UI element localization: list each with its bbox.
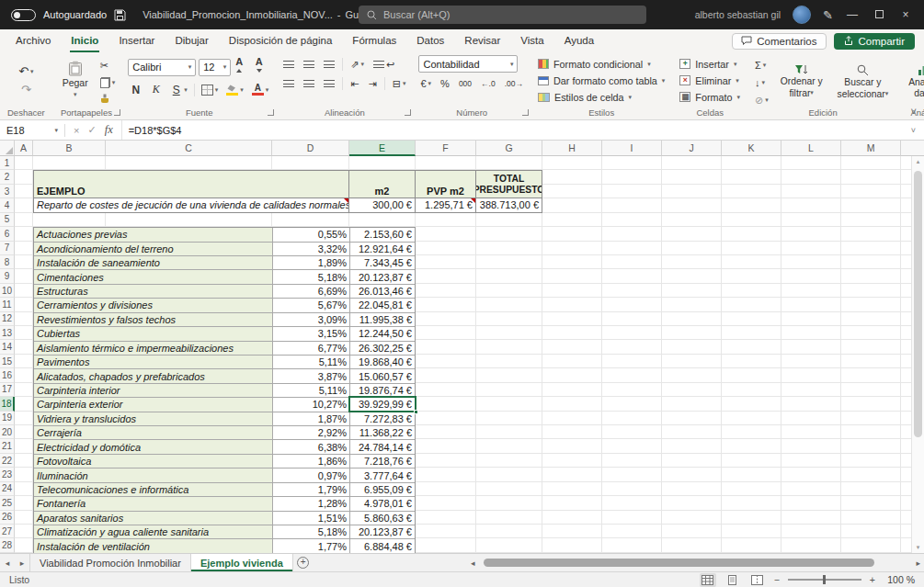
cell-item-amount-8[interactable]: 7.343,45 €	[350, 256, 415, 269]
align-middle-button[interactable]	[302, 60, 316, 70]
align-right-button[interactable]	[322, 79, 337, 89]
cell-item-name-11[interactable]: Cerramientos y divisiones	[34, 299, 273, 311]
row-header-26[interactable]: 26	[0, 511, 15, 525]
cell-item-name-8[interactable]: Instalación de saneamiento	[34, 256, 273, 269]
cell-item-amount-25[interactable]: 4.978,01 €	[350, 497, 415, 510]
column-header-L[interactable]: L	[781, 141, 841, 156]
row-header-7[interactable]: 7	[0, 242, 15, 255]
cell-styles-button[interactable]: Estilos de celda	[536, 89, 667, 105]
column-header-F[interactable]: F	[416, 141, 476, 156]
font-color-button[interactable]: A	[250, 84, 271, 96]
row-header-18[interactable]: 18	[0, 397, 15, 411]
undo-button[interactable]: ↶	[17, 64, 35, 79]
align-bottom-button[interactable]	[322, 60, 337, 70]
maximize-button[interactable]	[872, 8, 886, 21]
cell-item-pct-28[interactable]: 1,77%	[273, 539, 350, 553]
cell-item-pct-8[interactable]: 1,89%	[273, 256, 350, 269]
cut-button[interactable]: ✂	[98, 58, 118, 73]
cell-item-name-10[interactable]: Estructuras	[34, 285, 273, 298]
vertical-scrollbar-thumb[interactable]	[914, 171, 922, 437]
row-header-1[interactable]: 1	[0, 156, 15, 170]
align-center-button[interactable]	[302, 79, 316, 89]
cell-m2-header[interactable]: m2	[349, 170, 416, 198]
cell-total-header[interactable]: TOTAL PRESUPUESTO	[476, 170, 542, 198]
ribbon-tab-revisar[interactable]: Revisar	[454, 29, 510, 52]
collapse-ribbon-icon[interactable]: ˅	[911, 106, 917, 117]
column-header-K[interactable]: K	[722, 141, 781, 156]
dialog-launcher-icon[interactable]	[405, 109, 411, 116]
row-header-10[interactable]: 10	[0, 284, 15, 298]
cell-item-name-7[interactable]: Acondicionamiento del terreno	[34, 243, 273, 255]
clear-button[interactable]: ⊘	[753, 93, 770, 107]
percent-style-button[interactable]: %	[439, 76, 451, 91]
hscroll-left-icon[interactable]: ◂	[471, 559, 475, 568]
cell-item-amount-18[interactable]: 39.929,99 €	[350, 398, 415, 411]
ribbon-tab-ayuda[interactable]: Ayuda	[554, 29, 604, 52]
decrease-indent-button[interactable]: ⇤	[348, 76, 360, 91]
fill-color-button[interactable]	[224, 84, 245, 96]
cell-item-pct-6[interactable]: 0,55%	[273, 228, 350, 241]
row-header-25[interactable]: 25	[0, 496, 15, 510]
bold-button[interactable]: N	[128, 83, 143, 97]
page-layout-view-button[interactable]	[724, 573, 741, 587]
cell-item-name-28[interactable]: Instalación de ventilación	[34, 539, 273, 553]
row-header-4[interactable]: 4	[0, 198, 15, 212]
underline-button[interactable]: S	[168, 83, 189, 97]
currency-format-button[interactable]: €	[418, 76, 433, 91]
cell-item-amount-20[interactable]: 11.368,22 €	[350, 426, 415, 439]
ribbon-tab-disposicion-de-pagina[interactable]: Disposición de página	[219, 29, 343, 52]
cell-item-name-22[interactable]: Fotovoltaica	[34, 455, 273, 468]
merge-center-button[interactable]: ⊟	[391, 76, 408, 91]
column-header-G[interactable]: G	[476, 141, 542, 156]
row-header-6[interactable]: 6	[0, 227, 15, 241]
cell-item-pct-15[interactable]: 5,11%	[273, 356, 350, 368]
ribbon-tab-dibujar[interactable]: Dibujar	[165, 29, 218, 52]
redo-button[interactable]: ↷	[19, 83, 33, 97]
cell-item-amount-22[interactable]: 7.218,76 €	[350, 455, 415, 468]
align-top-button[interactable]	[281, 60, 296, 70]
cell-item-pct-22[interactable]: 1,86%	[273, 455, 350, 468]
cell-item-name-16[interactable]: Alicatados, chapados y prefabricados	[34, 369, 273, 382]
cell-item-amount-7[interactable]: 12.921,64 €	[350, 243, 415, 255]
cell-item-amount-14[interactable]: 26.302,25 €	[350, 342, 415, 355]
cell-item-pct-18[interactable]: 10,27%	[273, 398, 350, 411]
number-format-select[interactable]: Contabilidad	[418, 55, 518, 73]
italic-button[interactable]: K	[148, 82, 164, 97]
cell-item-amount-19[interactable]: 7.272,83 €	[350, 412, 415, 425]
cell-item-pct-26[interactable]: 1,51%	[273, 512, 350, 525]
cell-item-name-6[interactable]: Actuaciones previas	[34, 228, 273, 241]
zoom-slider[interactable]	[788, 579, 861, 581]
formula-input[interactable]: =D18*$G$4	[121, 120, 903, 140]
sheet-nav-left-icon[interactable]: ◂	[0, 554, 15, 571]
row-header-28[interactable]: 28	[0, 538, 15, 552]
cell-item-pct-24[interactable]: 1,79%	[273, 483, 350, 496]
formula-bar-expand-icon[interactable]: ˅	[903, 126, 924, 135]
minimize-button[interactable]: —	[845, 8, 860, 21]
cancel-icon[interactable]: ×	[74, 125, 79, 136]
cell-pvp-header[interactable]: PVP m2	[416, 170, 476, 198]
save-icon[interactable]	[114, 9, 126, 21]
cell-item-amount-6[interactable]: 2.153,60 €	[350, 228, 415, 241]
row-header-3[interactable]: 3	[0, 185, 15, 198]
add-sheet-button[interactable]: +	[293, 554, 314, 571]
comma-style-button[interactable]: 000	[457, 76, 473, 91]
cell-item-amount-16[interactable]: 15.060,57 €	[350, 369, 415, 382]
wrap-text-button[interactable]: ↩	[371, 57, 396, 72]
share-button[interactable]: Compartir	[834, 33, 915, 50]
fill-handle[interactable]	[414, 410, 418, 414]
cell-item-name-18[interactable]: Carpinteria exterior	[34, 398, 273, 411]
cell-item-name-14[interactable]: Aislamiento térmico e impermeabilizacion…	[34, 342, 273, 355]
cell-item-pct-12[interactable]: 3,09%	[273, 313, 350, 326]
row-header-8[interactable]: 8	[0, 255, 15, 269]
cell-item-pct-16[interactable]: 3,87%	[273, 369, 350, 382]
cell-item-pct-19[interactable]: 1,87%	[273, 412, 350, 425]
select-all-corner[interactable]	[0, 141, 15, 156]
cell-item-pct-7[interactable]: 3,32%	[273, 243, 350, 255]
conditional-formatting-button[interactable]: Formato condicional	[536, 56, 667, 72]
cell-item-amount-9[interactable]: 20.123,87 €	[350, 270, 415, 283]
sort-filter-button[interactable]: Ordenar y filtrar	[776, 55, 827, 107]
font-name-select[interactable]: Calibri	[128, 59, 196, 76]
cell-ejemplo-header[interactable]: EJEMPLO	[33, 170, 349, 198]
find-select-button[interactable]: Buscar y seleccionar	[833, 55, 894, 107]
sheet-nav-right-icon[interactable]: ▸	[15, 554, 29, 571]
